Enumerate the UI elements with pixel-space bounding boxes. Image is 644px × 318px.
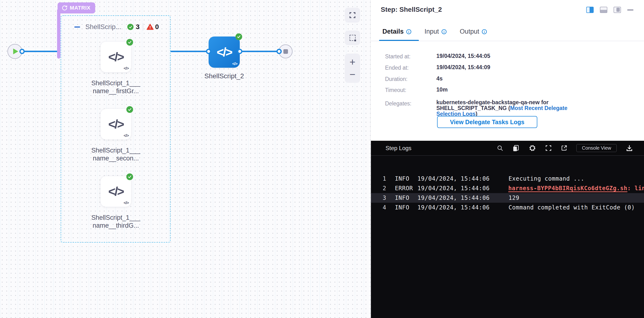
detail-label: Started at: (385, 53, 410, 60)
delegates-value: kubernetes-delegate-backstage-qa-new for… (436, 99, 576, 117)
success-check-icon (126, 106, 133, 113)
info-icon[interactable] (406, 29, 412, 34)
shell-script-mini-icon: </> (124, 66, 129, 71)
pipeline-execution-screen: MATRIX ShellScrip... 3 (0, 0, 644, 318)
shell-script-mini-icon: </> (124, 201, 129, 205)
log-timestamp: 19/04/2024, 15:44:06 (418, 175, 490, 182)
log-line-number: 1 (380, 175, 386, 182)
step-logs-title: Step Logs (386, 145, 412, 151)
canvas-fullscreen-button[interactable] (345, 8, 360, 23)
expand-fullscreen-icon[interactable] (545, 145, 552, 151)
edge-step-to-end (240, 51, 280, 52)
detail-label: Delegates: (385, 100, 412, 107)
error-script-link[interactable]: harness-BYPP4bBIRqisKCo6dteGZg.sh (508, 185, 628, 192)
view-delegate-tasks-logs-button[interactable]: View Delegate Tasks Logs (437, 116, 537, 128)
log-line[interactable]: 4 INFO 19/04/2024, 15:44:06 Command comp… (371, 203, 644, 212)
detail-value: 4s (436, 75, 442, 82)
info-icon[interactable] (442, 29, 447, 34)
detail-value: 19/04/2024, 15:44:05 (436, 53, 490, 59)
external-link-icon[interactable] (561, 145, 567, 151)
download-icon[interactable] (626, 144, 633, 152)
matrix-failure-count: 0 (155, 23, 159, 31)
step-node-shellscript1-first[interactable]: </> </> (100, 41, 132, 73)
settings-gear-icon[interactable] (529, 144, 536, 152)
canvas-zoom-controls: + − (345, 54, 360, 83)
log-level: INFO (395, 195, 412, 201)
matrix-failure-chip: 0 (146, 23, 159, 31)
stop-icon (284, 49, 288, 54)
shell-script-mini-icon: </> (232, 62, 237, 66)
minimize-panel-icon[interactable] (627, 9, 634, 11)
matrix-strip (57, 10, 60, 59)
play-icon (13, 49, 18, 54)
matrix-group-title: ShellScrip... (85, 23, 121, 31)
log-line-number: 3 (380, 195, 386, 201)
zoom-in-button[interactable]: + (350, 57, 356, 67)
tab-details[interactable]: Details (382, 28, 412, 35)
pipeline-canvas[interactable]: MATRIX ShellScrip... 3 (0, 0, 371, 318)
detail-label: Duration: (385, 76, 407, 82)
search-icon[interactable] (497, 145, 503, 151)
step-logs-actions: Console View (497, 144, 633, 152)
log-level: INFO (395, 175, 412, 182)
success-check-icon (126, 174, 133, 180)
zoom-out-button[interactable]: − (350, 69, 356, 80)
shell-script-icon: </> (108, 117, 123, 131)
shell-script-icon: </> (216, 45, 232, 59)
copy-icon[interactable] (512, 144, 520, 152)
tab-output[interactable]: Output (460, 28, 487, 35)
fullscreen-icon (349, 12, 356, 19)
step-logs-output[interactable]: 1 INFO 19/04/2024, 15:44:06 Executing co… (371, 156, 644, 318)
connector-dot (20, 49, 25, 54)
step-node-label: ShellScript_2 (190, 72, 258, 80)
step-details-panel: Step: ShellScript_2 Details Input (371, 0, 644, 318)
collapse-matrix-icon[interactable] (74, 27, 80, 28)
log-message: Executing command ... (508, 175, 584, 182)
success-check-icon (126, 39, 133, 46)
step-node-label: ShellScript_1___ name__firstGr... (82, 79, 149, 95)
log-message: 129 (508, 195, 519, 201)
shell-script-icon: </> (108, 50, 123, 64)
log-line[interactable]: 2 ERROR 19/04/2024, 15:44:06 harness-BYP… (371, 184, 644, 193)
log-timestamp: 19/04/2024, 15:44:06 (418, 204, 490, 211)
bottom-view-toggle-icon[interactable] (600, 7, 607, 13)
success-check-icon (127, 24, 134, 30)
log-message: Command completed with ExitCode (0) (508, 204, 635, 211)
floating-view-toggle-icon[interactable] (614, 7, 621, 13)
shell-script-icon: </> (108, 184, 123, 199)
matrix-badge[interactable]: MATRIX (58, 3, 95, 14)
log-line[interactable]: 1 INFO 19/04/2024, 15:44:06 Executing co… (371, 174, 644, 184)
divider (143, 23, 143, 31)
detail-value: 10m (436, 86, 448, 93)
matrix-badge-label: MATRIX (70, 5, 90, 11)
divider (371, 41, 644, 41)
step-node-shellscript2[interactable]: </> </> (208, 37, 240, 68)
connector-dot (206, 49, 211, 54)
log-message: harness-BYPP4bBIRqisKCo6dteGZg.sh: line (508, 185, 644, 192)
detail-value: 19/04/2024, 15:44:09 (436, 64, 490, 71)
edge-start-to-matrix (22, 51, 58, 52)
step-node-shellscript1-second[interactable]: </> </> (100, 109, 132, 140)
canvas-marquee-select-button[interactable] (345, 31, 360, 45)
matrix-group-header: ShellScrip... 3 0 (74, 23, 159, 31)
step-node-label: ShellScript_1___ name__secon... (82, 146, 149, 162)
step-logs-header: Step Logs (371, 141, 644, 156)
detail-label: Ended at: (385, 65, 408, 71)
connector-dot (237, 49, 242, 54)
tab-input[interactable]: Input (424, 28, 447, 35)
connector-dot (276, 49, 282, 54)
success-check-icon (236, 33, 242, 40)
matrix-success-count: 3 (136, 23, 140, 31)
split-view-toggle-icon[interactable] (586, 7, 594, 13)
edge-matrix-to-step (170, 51, 209, 52)
warning-triangle-icon (146, 24, 154, 30)
step-node-label: ShellScript_1___ name__thirdG... (82, 214, 149, 230)
log-timestamp: 19/04/2024, 15:44:06 (418, 185, 490, 192)
step-node-shellscript1-third[interactable]: </> </> (100, 176, 132, 207)
shell-script-mini-icon: </> (124, 133, 129, 138)
detail-label: Timeout: (385, 87, 406, 93)
log-line-highlighted[interactable]: 3 INFO 19/04/2024, 15:44:06 129 (371, 193, 644, 203)
panel-layout-controls (586, 7, 634, 13)
console-view-button[interactable]: Console View (576, 144, 617, 152)
info-icon[interactable] (482, 29, 487, 34)
